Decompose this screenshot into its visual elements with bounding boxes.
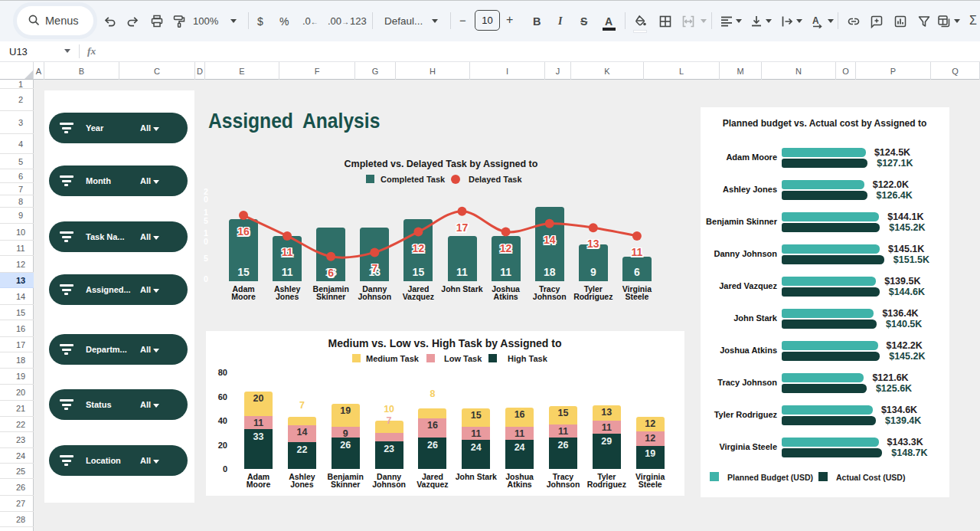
svg-text:A: A [812,15,819,26]
